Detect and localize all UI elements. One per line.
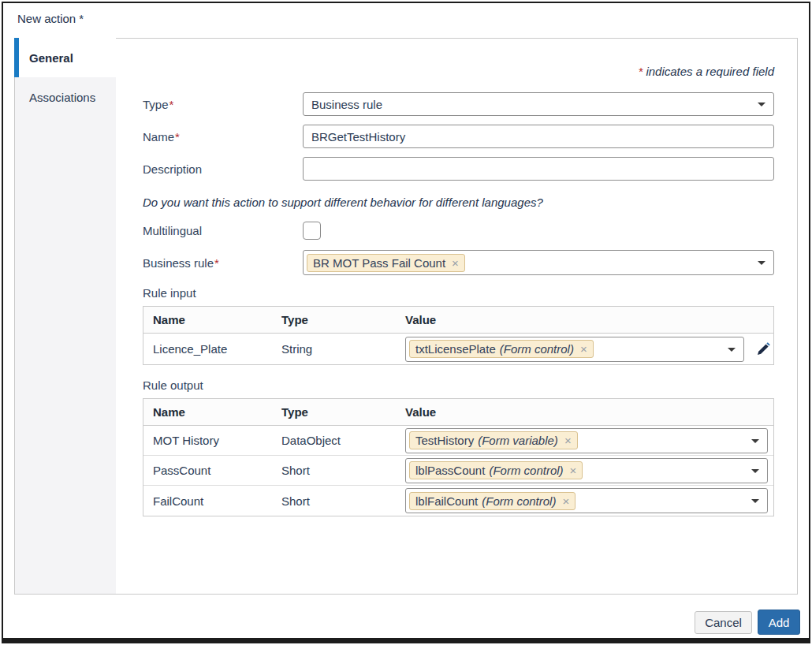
column-header-type: Type xyxy=(281,405,405,419)
rule-input-table: Name Type Value Licence_Plate String txt… xyxy=(143,306,774,365)
chevron-down-icon xyxy=(758,261,765,265)
output-value-chip: TestHistory (Form variable) × xyxy=(409,431,578,449)
tab-content-general: * indicates a required field Type* Busin… xyxy=(116,39,797,594)
output-value-select[interactable]: lblFailCount (Form control) × xyxy=(405,488,768,513)
required-field-note: * indicates a required field xyxy=(638,65,774,78)
remove-icon[interactable]: × xyxy=(562,495,569,507)
output-type-cell: DataObject xyxy=(281,434,405,447)
rule-input-heading: Rule input xyxy=(143,286,774,300)
type-select[interactable]: Business rule xyxy=(303,92,774,116)
input-value-chip: txtLicensePlate (Form control) × xyxy=(409,340,594,358)
output-value-cell: lblPassCount (Form control) × xyxy=(405,458,773,483)
chevron-down-icon xyxy=(751,439,759,443)
business-rule-field-row: Business rule* BR MOT Pass Fail Count × xyxy=(143,250,774,275)
business-rule-required-asterisk: * xyxy=(214,256,219,270)
remove-icon[interactable]: × xyxy=(570,464,577,476)
output-type-cell: Short xyxy=(281,464,405,477)
tab-associations-label: Associations xyxy=(29,91,95,104)
name-label-text: Name xyxy=(143,130,174,144)
output-value-chip: lblPassCount (Form control) × xyxy=(409,461,583,479)
rule-input-header-row: Name Type Value xyxy=(143,307,773,334)
input-name-cell: Licence_Plate xyxy=(143,342,281,356)
chevron-down-icon xyxy=(728,348,736,352)
multilingual-question: Do you want this action to support diffe… xyxy=(143,196,774,209)
required-note-text: indicates a required field xyxy=(646,65,774,78)
output-type-cell: Short xyxy=(281,494,405,508)
column-header-name: Name xyxy=(143,405,281,419)
cancel-button[interactable]: Cancel xyxy=(695,611,752,634)
chip-kind: (Form control) xyxy=(489,464,563,477)
multilingual-checkbox[interactable] xyxy=(303,222,321,240)
remove-icon[interactable]: × xyxy=(452,257,459,269)
chip-text: lblFailCount xyxy=(415,494,478,508)
multilingual-label-text: Multilingual xyxy=(143,224,202,237)
type-required-asterisk: * xyxy=(169,98,174,111)
dialog-panel: General Associations * indicates a requi… xyxy=(14,38,798,595)
description-label-text: Description xyxy=(143,162,202,176)
name-field-row: Name* xyxy=(143,125,774,148)
description-label: Description xyxy=(143,162,303,176)
chevron-down-icon xyxy=(751,499,759,503)
output-value-cell: lblFailCount (Form control) × xyxy=(405,488,773,513)
name-label: Name* xyxy=(143,130,303,144)
output-name-cell: MOT History xyxy=(143,434,281,447)
chip-kind: (Form control) xyxy=(482,494,556,508)
tab-general[interactable]: General xyxy=(14,38,116,77)
chevron-down-icon xyxy=(751,469,759,473)
edit-value-button[interactable] xyxy=(754,341,772,358)
chip-kind: (Form control) xyxy=(500,342,574,356)
tab-associations[interactable]: Associations xyxy=(15,77,116,104)
table-row: Licence_Plate String txtLicensePlate (Fo… xyxy=(143,334,773,364)
type-label-text: Type xyxy=(143,98,169,111)
table-row: MOT History DataObject TestHistory (Form… xyxy=(143,426,773,456)
type-label: Type* xyxy=(143,98,303,111)
table-row: PassCount Short lblPassCount (Form contr… xyxy=(143,456,773,486)
required-asterisk: * xyxy=(638,65,643,78)
chip-text: BR MOT Pass Fail Count xyxy=(313,256,445,270)
chip-text: lblPassCount xyxy=(415,464,485,477)
general-form: Type* Business rule Name* xyxy=(143,92,774,530)
output-value-select[interactable]: TestHistory (Form variable) × xyxy=(405,428,768,453)
rule-output-table: Name Type Value MOT History DataObject T… xyxy=(143,398,774,516)
input-value-cell: txtLicensePlate (Form control) × xyxy=(405,337,773,362)
output-value-chip: lblFailCount (Form control) × xyxy=(409,492,575,510)
output-value-cell: TestHistory (Form variable) × xyxy=(405,428,773,453)
add-button[interactable]: Add xyxy=(758,610,800,635)
table-row: FailCount Short lblFailCount (Form contr… xyxy=(143,486,773,516)
tab-sidebar: Associations xyxy=(15,77,116,594)
output-name-cell: PassCount xyxy=(143,464,281,477)
description-input[interactable] xyxy=(303,157,774,181)
output-name-cell: FailCount xyxy=(143,494,281,508)
type-field-row: Type* Business rule xyxy=(143,92,774,116)
remove-icon[interactable]: × xyxy=(564,434,572,446)
column-header-value: Value xyxy=(405,405,773,419)
column-header-name: Name xyxy=(143,313,281,326)
multilingual-label: Multilingual xyxy=(143,224,303,237)
column-header-value: Value xyxy=(405,313,773,326)
output-value-select[interactable]: lblPassCount (Form control) × xyxy=(405,458,768,483)
business-rule-select[interactable]: BR MOT Pass Fail Count × xyxy=(303,250,774,275)
description-field-row: Description xyxy=(143,157,774,181)
chip-text: txtLicensePlate xyxy=(415,342,496,356)
input-value-select[interactable]: txtLicensePlate (Form control) × xyxy=(405,337,744,362)
business-rule-chip: BR MOT Pass Fail Count × xyxy=(307,254,465,272)
name-required-asterisk: * xyxy=(175,130,180,144)
chevron-down-icon xyxy=(758,103,765,106)
dialog-title: New action * xyxy=(17,12,84,25)
input-type-cell: String xyxy=(281,342,405,356)
chip-text: TestHistory xyxy=(415,434,474,447)
tab-general-label: General xyxy=(29,51,73,65)
name-input[interactable] xyxy=(303,125,774,148)
business-rule-label: Business rule* xyxy=(143,256,303,270)
remove-icon[interactable]: × xyxy=(580,343,587,355)
rule-output-header-row: Name Type Value xyxy=(143,399,773,426)
business-rule-label-text: Business rule xyxy=(143,256,214,270)
rule-output-heading: Rule output xyxy=(143,378,774,392)
type-select-value: Business rule xyxy=(311,98,382,111)
column-header-type: Type xyxy=(281,313,405,326)
chip-kind: (Form variable) xyxy=(478,434,558,447)
edit-icon xyxy=(755,341,771,357)
multilingual-field-row: Multilingual xyxy=(143,221,774,240)
